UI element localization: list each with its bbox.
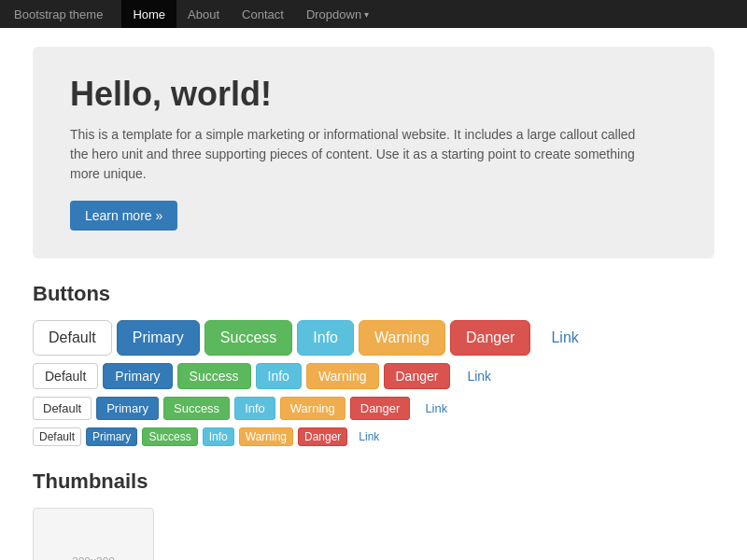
btn-default-medium[interactable]: Default <box>33 363 98 389</box>
learn-more-button[interactable]: Learn more » <box>70 201 177 231</box>
thumbnail-label: 200x200 <box>72 555 115 561</box>
btn-primary-large[interactable]: Primary <box>117 320 200 356</box>
btn-primary-xsmall[interactable]: Primary <box>86 427 137 446</box>
btn-default-small[interactable]: Default <box>33 397 92 420</box>
button-row-small: Default Primary Success Info Warning Dan… <box>33 397 714 420</box>
btn-warning-xsmall[interactable]: Warning <box>239 427 293 446</box>
button-row-xsmall: Default Primary Success Info Warning Dan… <box>33 427 714 446</box>
btn-success-medium[interactable]: Success <box>177 363 251 389</box>
btn-danger-medium[interactable]: Danger <box>384 363 451 389</box>
nav-item-about[interactable]: About <box>176 0 231 28</box>
nav-items: Home About Contact Dropdown ▾ <box>121 0 380 28</box>
btn-link-xsmall[interactable]: Link <box>352 427 386 446</box>
hero-unit: Hello, world! This is a template for a s… <box>33 47 714 259</box>
btn-danger-small[interactable]: Danger <box>350 397 411 420</box>
btn-info-small[interactable]: Info <box>234 397 275 420</box>
btn-info-xsmall[interactable]: Info <box>203 427 234 446</box>
thumbnails-section-title: Thumbnails <box>33 469 714 494</box>
btn-primary-small[interactable]: Primary <box>96 397 159 420</box>
nav-item-contact[interactable]: Contact <box>231 0 295 28</box>
btn-warning-large[interactable]: Warning <box>359 320 445 356</box>
nav-item-dropdown[interactable]: Dropdown ▾ <box>295 0 380 28</box>
btn-danger-large[interactable]: Danger <box>450 320 530 356</box>
btn-warning-small[interactable]: Warning <box>280 397 345 420</box>
btn-primary-medium[interactable]: Primary <box>103 363 172 389</box>
btn-success-small[interactable]: Success <box>163 397 230 420</box>
btn-success-large[interactable]: Success <box>204 320 292 356</box>
btn-danger-xsmall[interactable]: Danger <box>298 427 347 446</box>
button-row-large: Default Primary Success Info Warning Dan… <box>33 320 714 356</box>
btn-link-large[interactable]: Link <box>535 320 594 356</box>
navbar-brand[interactable]: Bootstrap theme <box>14 7 103 21</box>
btn-default-xsmall[interactable]: Default <box>33 427 81 446</box>
dropdown-arrow-icon: ▾ <box>364 9 369 20</box>
thumbnails-section: Thumbnails 200x200 <box>33 469 714 560</box>
thumbnail-item: 200x200 <box>33 508 154 560</box>
btn-link-medium[interactable]: Link <box>455 363 503 389</box>
hero-heading: Hello, world! <box>70 75 677 114</box>
btn-default-large[interactable]: Default <box>33 320 112 356</box>
hero-description: This is a template for a simple marketin… <box>70 125 649 184</box>
nav-item-home[interactable]: Home <box>121 0 176 28</box>
btn-info-large[interactable]: Info <box>297 320 354 356</box>
btn-success-xsmall[interactable]: Success <box>142 427 197 446</box>
buttons-section-title: Buttons <box>33 282 714 306</box>
btn-info-medium[interactable]: Info <box>256 363 302 389</box>
btn-link-small[interactable]: Link <box>415 397 458 420</box>
main-content: Hello, world! This is a template for a s… <box>19 28 728 560</box>
navbar: Bootstrap theme Home About Contact Dropd… <box>0 0 747 28</box>
btn-warning-medium[interactable]: Warning <box>306 363 379 389</box>
button-row-medium: Default Primary Success Info Warning Dan… <box>33 363 714 389</box>
buttons-section: Buttons Default Primary Success Info War… <box>33 282 714 446</box>
